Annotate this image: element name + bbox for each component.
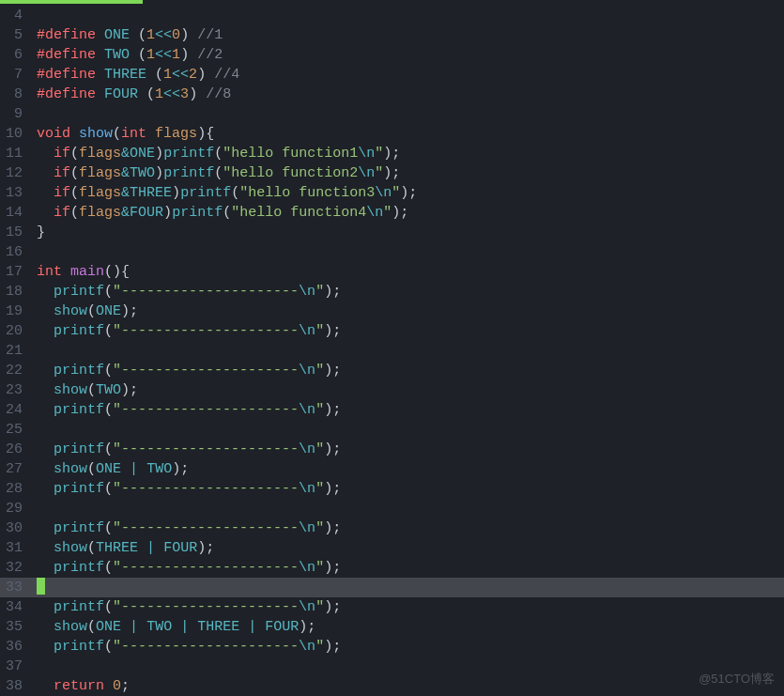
token: \n (366, 205, 383, 221)
code-content[interactable]: #define THREE (1<<2) //4 (28, 65, 239, 85)
token: \n (299, 599, 315, 615)
token: << (172, 67, 189, 83)
code-line[interactable]: 13 if(flags&THREE)printf("hello function… (0, 183, 784, 203)
line-number: 20 (0, 321, 28, 341)
code-content[interactable]: if(flags&TWO)printf("hello function2\n")… (28, 163, 400, 183)
code-line[interactable]: 32 printf("---------------------\n"); (0, 558, 784, 578)
code-line[interactable]: 14 if(flags&FOUR)printf("hello function4… (0, 203, 784, 223)
code-line[interactable]: 21 (0, 341, 784, 361)
token: if (54, 205, 70, 221)
code-content[interactable]: #define ONE (1<<0) //1 (28, 25, 223, 45)
code-content[interactable]: printf("---------------------\n"); (28, 597, 341, 617)
code-content[interactable]: printf("---------------------\n"); (28, 400, 341, 420)
code-line[interactable]: 26 printf("---------------------\n"); (0, 440, 784, 459)
code-content[interactable] (28, 420, 37, 440)
code-line[interactable]: 6 #define TWO (1<<1) //2 (0, 45, 784, 65)
token: ); (121, 382, 138, 398)
code-line[interactable]: 5 #define ONE (1<<0) //1 (0, 25, 784, 45)
code-line[interactable]: 36 printf("---------------------\n"); (0, 637, 784, 657)
code-content[interactable]: printf("---------------------\n"); (28, 282, 341, 302)
code-line[interactable]: 10 void show(int flags){ (0, 124, 784, 144)
code-line[interactable]: 11 if(flags&ONE)printf("hello function1\… (0, 144, 784, 163)
code-line[interactable]: 19 show(ONE); (0, 302, 784, 321)
code-line[interactable]: 24 printf("---------------------\n"); (0, 400, 784, 420)
code-line[interactable]: 20 printf("---------------------\n"); (0, 321, 784, 341)
code-content[interactable] (28, 657, 37, 676)
code-content[interactable] (28, 104, 37, 124)
code-line[interactable]: 35 show(ONE | TWO | THREE | FOUR); (0, 617, 784, 637)
line-number: 22 (0, 361, 28, 380)
code-content[interactable]: if(flags&FOUR)printf("hello function4\n"… (28, 203, 408, 223)
token: 3 (180, 86, 189, 102)
code-content[interactable]: show(TWO); (28, 380, 138, 400)
code-content[interactable]: show(ONE | TWO | THREE | FOUR); (28, 617, 315, 637)
code-content[interactable]: printf("---------------------\n"); (28, 518, 341, 538)
code-content[interactable]: show(THREE | FOUR); (28, 538, 214, 558)
code-content[interactable]: show(ONE); (28, 302, 138, 321)
token: | (146, 540, 155, 556)
token: ONE (96, 461, 121, 477)
code-content[interactable]: printf("---------------------\n"); (28, 558, 341, 578)
code-line[interactable]: 28 printf("---------------------\n"); (0, 479, 784, 499)
code-line[interactable]: 30 printf("---------------------\n"); (0, 518, 784, 538)
code-content[interactable] (28, 341, 37, 361)
code-content[interactable]: printf("---------------------\n"); (28, 637, 341, 657)
token (121, 619, 130, 635)
token: ( (87, 461, 96, 477)
code-content[interactable]: #define FOUR (1<<3) //8 (28, 85, 231, 104)
token: \n (358, 165, 375, 181)
token: printf (54, 599, 104, 615)
code-content[interactable]: return 0; (28, 676, 130, 696)
code-line[interactable]: 25 (0, 420, 784, 440)
code-content[interactable]: printf("---------------------\n"); (28, 361, 341, 380)
token: ( (70, 146, 79, 162)
token: \n (375, 185, 392, 201)
code-line[interactable]: 4 (0, 6, 784, 25)
code-content[interactable]: void show(int flags){ (28, 124, 214, 144)
code-line[interactable]: 31 show(THREE | FOUR); (0, 538, 784, 558)
token: ); (324, 560, 341, 576)
code-content[interactable] (28, 578, 45, 597)
code-line[interactable]: 8 #define FOUR (1<<3) //8 (0, 85, 784, 104)
code-content[interactable]: int main(){ (28, 262, 130, 282)
code-content[interactable]: #define TWO (1<<1) //2 (28, 45, 223, 65)
token: FOUR (265, 619, 299, 635)
code-line[interactable]: 34 printf("---------------------\n"); (0, 597, 784, 617)
code-content[interactable] (28, 499, 37, 518)
code-line[interactable]: 17 int main(){ (0, 262, 784, 282)
code-content[interactable]: } (28, 223, 45, 242)
token: 0 (113, 678, 121, 694)
token: 0 (172, 27, 180, 43)
code-line[interactable]: 29 (0, 499, 784, 518)
code-line[interactable]: 7 #define THREE (1<<2) //4 (0, 65, 784, 85)
code-line[interactable]: 22 printf("---------------------\n"); (0, 361, 784, 380)
code-line[interactable]: 15 } (0, 223, 784, 242)
code-content[interactable]: if(flags&THREE)printf("hello function3\n… (28, 183, 417, 203)
code-content[interactable] (28, 242, 37, 262)
token (96, 67, 104, 83)
code-line[interactable]: 37 (0, 657, 784, 676)
code-content[interactable] (28, 6, 37, 25)
code-line[interactable]: 9 (0, 104, 784, 124)
code-editor[interactable]: 4 5 #define ONE (1<<0) //16 #define TWO … (0, 0, 784, 696)
token: //4 (214, 67, 239, 83)
token (37, 185, 54, 201)
code-content[interactable]: printf("---------------------\n"); (28, 479, 341, 499)
line-number: 29 (0, 499, 28, 518)
code-line[interactable]: 16 (0, 242, 784, 262)
token: main (70, 264, 104, 280)
token: " (315, 599, 324, 615)
token: ); (383, 146, 400, 162)
code-line[interactable]: 27 show(ONE | TWO); (0, 459, 784, 479)
code-line[interactable]: 33 (0, 578, 784, 597)
code-content[interactable]: show(ONE | TWO); (28, 459, 189, 479)
code-line[interactable]: 38 return 0; (0, 676, 784, 696)
code-content[interactable]: if(flags&ONE)printf("hello function1\n")… (28, 144, 400, 163)
code-line[interactable]: 18 printf("---------------------\n"); (0, 282, 784, 302)
code-content[interactable]: printf("---------------------\n"); (28, 440, 341, 459)
token: ); (299, 619, 315, 635)
token: \n (299, 520, 315, 536)
code-line[interactable]: 23 show(TWO); (0, 380, 784, 400)
code-content[interactable]: printf("---------------------\n"); (28, 321, 341, 341)
code-line[interactable]: 12 if(flags&TWO)printf("hello function2\… (0, 163, 784, 183)
